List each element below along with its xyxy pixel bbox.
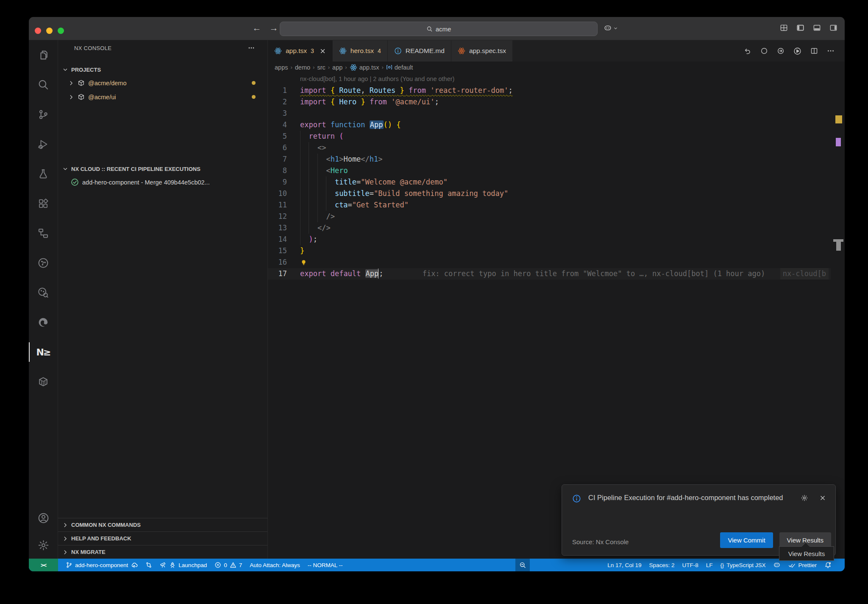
sidebar-section-nx-migrate[interactable]: NX MIGRATE bbox=[58, 545, 267, 559]
run-button[interactable] bbox=[793, 47, 801, 55]
code-line-14[interactable]: 14 ); bbox=[268, 234, 831, 245]
close-window-button[interactable] bbox=[35, 28, 41, 34]
activity-bar-item-containers[interactable] bbox=[29, 367, 58, 397]
line-content: export default App;fix: correct typo in … bbox=[300, 268, 831, 280]
status-eol[interactable]: LF bbox=[702, 559, 717, 571]
more-actions-icon[interactable] bbox=[248, 45, 255, 51]
toggle-primary-sidebar-button[interactable] bbox=[796, 24, 804, 32]
activity-bar-item-nx-console[interactable]: N≥ bbox=[29, 337, 58, 367]
activity-bar-item-run-and-debug[interactable] bbox=[29, 129, 58, 159]
activity-bar-item-explorer[interactable] bbox=[29, 40, 58, 70]
breadcrumb-item-app-tsx[interactable]: app.tsx bbox=[350, 64, 379, 71]
circle-outline-button[interactable] bbox=[760, 47, 768, 55]
inline-git-blame: fix: correct typo in hero title from "We… bbox=[423, 269, 765, 278]
status-cursor-position[interactable]: Ln 17, Col 19 bbox=[604, 559, 645, 571]
project-item[interactable]: @acme/demo bbox=[58, 76, 267, 90]
status-encoding[interactable]: UTF-8 bbox=[678, 559, 702, 571]
code-action-lightbulb-icon[interactable] bbox=[300, 259, 307, 266]
status-vim-mode[interactable]: -- NORMAL -- bbox=[304, 559, 347, 571]
status-launchpad[interactable]: Launchpad bbox=[156, 559, 211, 571]
view-commit-button[interactable]: View Commit bbox=[720, 532, 773, 548]
command-center-search[interactable]: acme bbox=[280, 22, 598, 36]
activity-bar-item-graph-search[interactable] bbox=[29, 278, 58, 308]
project-item[interactable]: @acme/ui bbox=[58, 90, 267, 104]
customize-layout-button[interactable] bbox=[780, 24, 788, 32]
goto-matching-button[interactable] bbox=[777, 47, 785, 55]
search-icon bbox=[426, 26, 433, 32]
maximize-window-button[interactable] bbox=[58, 28, 64, 34]
projects-section-header[interactable]: PROJECTS bbox=[58, 63, 267, 76]
line-number: 3 bbox=[268, 108, 287, 119]
code-token bbox=[326, 120, 330, 129]
indent-guide bbox=[326, 188, 326, 199]
status-indentation[interactable]: Spaces: 2 bbox=[645, 559, 678, 571]
code-token: from bbox=[370, 98, 387, 106]
code-line-15[interactable]: 15} bbox=[268, 245, 831, 257]
sidebar-section-help-and-feedback[interactable]: HELP AND FEEDBACK bbox=[58, 531, 267, 545]
tab-README-md[interactable]: README.md bbox=[388, 40, 451, 62]
status-auto-attach[interactable]: Auto Attach: Always bbox=[246, 559, 304, 571]
code-line-12[interactable]: 12 /> bbox=[268, 211, 831, 222]
code-line-5[interactable]: 5 return ( bbox=[268, 131, 831, 142]
more-actions-button[interactable] bbox=[827, 47, 835, 55]
toggle-secondary-sidebar-button[interactable] bbox=[829, 24, 837, 32]
code-line-13[interactable]: 13 </> bbox=[268, 222, 831, 234]
indent-guide bbox=[317, 188, 318, 199]
code-line-7[interactable]: 7 <h1>Home</h1> bbox=[268, 154, 831, 165]
activity-bar-item-extensions[interactable] bbox=[29, 189, 58, 218]
breadcrumb-item-src[interactable]: src bbox=[317, 64, 325, 71]
tab-app-spec-tsx[interactable]: app.spec.tsx bbox=[451, 40, 512, 62]
activity-bar-item-edge-browser[interactable] bbox=[29, 308, 58, 337]
status-language-mode[interactable]: {}TypeScript JSX bbox=[717, 559, 770, 571]
split-editor-button[interactable] bbox=[810, 47, 818, 55]
discard-changes-button[interactable] bbox=[744, 47, 751, 55]
copilot-menu[interactable] bbox=[604, 24, 618, 32]
code-token: < bbox=[326, 166, 330, 175]
sidebar-section-common-nx-commands[interactable]: COMMON NX COMMANDS bbox=[58, 518, 267, 531]
code-line-1[interactable]: 1import { Route, Routes } from 'react-ro… bbox=[268, 85, 831, 96]
breadcrumb-item-app[interactable]: app bbox=[332, 64, 342, 71]
code-token: "Welcome @acme/demo" bbox=[361, 178, 448, 186]
activity-bar-item-testing[interactable] bbox=[29, 159, 58, 189]
code-line-16[interactable]: 16 bbox=[268, 257, 831, 268]
breadcrumb-item-demo[interactable]: demo bbox=[295, 64, 310, 71]
toggle-panel-button[interactable] bbox=[813, 24, 821, 32]
tab-app-tsx[interactable]: app.tsx3 bbox=[268, 40, 332, 62]
check-circle-icon bbox=[71, 178, 79, 186]
gear-icon[interactable] bbox=[801, 494, 808, 502]
tab-close-icon[interactable] bbox=[320, 48, 326, 54]
status-problems[interactable]: 07 bbox=[211, 559, 246, 571]
code-line-6[interactable]: 6 <> bbox=[268, 142, 831, 154]
copilot-icon bbox=[773, 561, 781, 569]
navigate-back-button[interactable]: ← bbox=[251, 23, 263, 33]
code-line-2[interactable]: 2import { Hero } from '@acme/ui'; bbox=[268, 96, 831, 108]
status-git-branch[interactable]: add-hero-component bbox=[62, 559, 142, 571]
activity-bar-item-account[interactable] bbox=[29, 504, 58, 531]
code-line-17[interactable]: 17export default App;fix: correct typo i… bbox=[268, 268, 831, 280]
activity-bar-item-project-graph[interactable] bbox=[29, 248, 58, 278]
remote-indicator[interactable]: >< bbox=[29, 559, 58, 571]
navigate-forward-button[interactable]: → bbox=[268, 23, 280, 33]
breadcrumb-item-apps[interactable]: apps bbox=[275, 64, 288, 71]
activity-bar-item-source-control[interactable] bbox=[29, 100, 58, 129]
tab-hero-tsx[interactable]: hero.tsx4 bbox=[333, 40, 387, 62]
status-bar: >< add-hero-componentLaunchpad07Auto Att… bbox=[29, 559, 845, 571]
close-icon[interactable] bbox=[819, 494, 826, 502]
zoom-indicator[interactable] bbox=[515, 559, 530, 571]
breadcrumb-item-default[interactable]: default bbox=[386, 64, 413, 71]
activity-bar-item-settings[interactable] bbox=[29, 531, 58, 559]
line-content bbox=[300, 108, 831, 119]
ci-pipeline-execution-item[interactable]: add-hero-component - Merge 409b44e5cb02.… bbox=[58, 175, 267, 189]
code-token: } bbox=[400, 86, 404, 95]
code-line-3[interactable]: 3 bbox=[268, 108, 831, 119]
code-line-8[interactable]: 8 <Hero bbox=[268, 165, 831, 176]
activity-bar-item-references[interactable] bbox=[29, 218, 58, 248]
nx-cloud-section-header[interactable]: NX CLOUD :: RECENT CI PIPELINE EXECUTION… bbox=[58, 162, 267, 175]
status-git-compare[interactable] bbox=[142, 559, 156, 571]
code-line-9[interactable]: 9 title="Welcome @acme/demo" bbox=[268, 176, 831, 188]
code-line-10[interactable]: 10 subtitle="Build something amazing tod… bbox=[268, 188, 831, 199]
code-line-11[interactable]: 11 cta="Get Started" bbox=[268, 199, 831, 211]
code-line-4[interactable]: 4export function App() { bbox=[268, 119, 831, 131]
activity-bar-item-search[interactable] bbox=[29, 70, 58, 100]
minimize-window-button[interactable] bbox=[46, 28, 53, 34]
